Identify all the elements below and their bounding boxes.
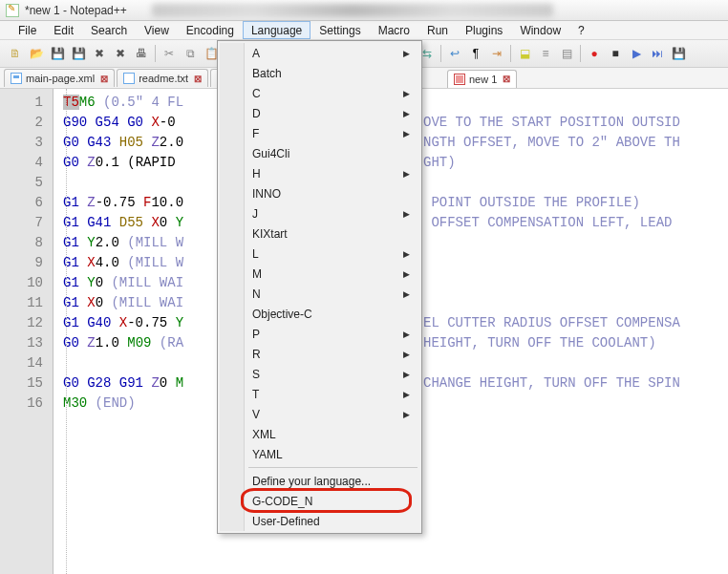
wordwrap-icon[interactable]: ↩ — [445, 44, 464, 63]
language-menu-item[interactable]: J▶ — [220, 203, 419, 223]
language-menu-item[interactable]: YAML — [220, 444, 419, 464]
submenu-arrow-icon: ▶ — [403, 390, 410, 399]
doc-tab[interactable]: new 1⊠ — [447, 70, 517, 88]
menu-edit[interactable]: Edit — [45, 21, 82, 39]
menu-plugins[interactable]: Plugins — [457, 21, 511, 39]
menu-settings[interactable]: Settings — [310, 21, 369, 39]
save-macro-icon[interactable]: 💾 — [669, 44, 688, 63]
line-number: 1 — [0, 93, 53, 113]
menu-item-label: R — [252, 348, 261, 361]
language-menu-item[interactable]: G-CODE_N — [220, 491, 419, 511]
allchars-icon[interactable]: ¶ — [466, 44, 485, 63]
menu-macro[interactable]: Macro — [370, 21, 418, 39]
blurred-region — [152, 4, 553, 17]
code-line-continuation: OFFSET COMPENSATION LEFT, LEAD — [423, 213, 680, 233]
doc-tab[interactable]: readme.txt⊠ — [117, 69, 208, 87]
menu-item-label: M — [252, 267, 262, 281]
menu-view[interactable]: View — [136, 21, 178, 39]
print-icon[interactable]: 🖶 — [132, 44, 151, 63]
language-menu-item[interactable]: S▶ — [220, 364, 419, 384]
language-menu-item[interactable]: L▶ — [220, 244, 419, 264]
line-number: 6 — [0, 193, 53, 213]
language-menu-item[interactable]: H▶ — [220, 163, 419, 183]
open-file-icon[interactable]: 📂 — [27, 44, 46, 63]
language-menu-item[interactable]: D▶ — [220, 103, 419, 123]
line-number: 9 — [0, 253, 53, 273]
language-menu-item[interactable]: V▶ — [220, 404, 419, 424]
doc-map-icon[interactable]: ▤ — [557, 44, 576, 63]
func-list-icon[interactable]: ≡ — [536, 44, 555, 63]
play-multi-icon[interactable]: ⏭ — [648, 44, 667, 63]
tab-close-icon[interactable]: ⊠ — [100, 74, 108, 84]
tab-close-icon[interactable]: ⊠ — [194, 74, 202, 84]
language-menu-item[interactable]: P▶ — [220, 324, 419, 344]
language-menu-item[interactable]: Batch — [220, 63, 419, 83]
play-icon[interactable]: ▶ — [627, 44, 646, 63]
submenu-arrow-icon: ▶ — [403, 209, 410, 219]
new-file-icon[interactable]: 🗎 — [6, 44, 25, 63]
menu-window[interactable]: Window — [511, 21, 569, 39]
menu-language[interactable]: Language — [243, 21, 310, 39]
save-icon[interactable]: 💾 — [48, 44, 67, 63]
code-line-continuation: GHT) — [423, 153, 456, 173]
language-menu-item[interactable]: XML — [220, 424, 419, 444]
menu-item-label: P — [252, 328, 260, 341]
lang-icon[interactable]: ⬓ — [515, 44, 534, 63]
language-menu-item[interactable]: Define your language... — [220, 471, 419, 491]
menu-item-label: YAML — [252, 448, 283, 461]
language-menu-item[interactable]: KIXtart — [220, 223, 419, 244]
line-number: 11 — [0, 293, 53, 313]
cut-icon[interactable]: ✂ — [160, 44, 179, 63]
close-all-icon[interactable]: ✖ — [111, 44, 130, 63]
submenu-arrow-icon: ▶ — [403, 350, 410, 359]
language-menu-item[interactable]: N▶ — [220, 284, 419, 304]
line-number: 8 — [0, 233, 53, 253]
menu-item-label: L — [252, 247, 259, 261]
menu-separator — [248, 467, 418, 468]
title-bar: *new 1 - Notepad++ — [0, 0, 728, 21]
language-menu-item[interactable]: M▶ — [220, 264, 419, 284]
submenu-arrow-icon: ▶ — [403, 330, 410, 339]
stop-icon[interactable]: ■ — [606, 44, 625, 63]
language-menu-item[interactable]: Gui4Cli — [220, 143, 419, 163]
line-number: 10 — [0, 273, 53, 293]
menu-item-label: A — [252, 47, 260, 60]
menu-search[interactable]: Search — [82, 21, 136, 39]
menu-encoding[interactable]: Encoding — [178, 21, 243, 39]
doc-tab-label: main-page.xml — [26, 73, 95, 84]
language-menu-item[interactable]: A▶ — [220, 43, 419, 63]
file-icon — [11, 73, 22, 84]
line-number: 15 — [0, 373, 53, 393]
tab-close-icon[interactable]: ⊠ — [503, 74, 510, 84]
save-all-icon[interactable]: 💾 — [69, 44, 88, 63]
menu-item-label: Define your language... — [252, 475, 371, 488]
code-line-continuation: EL CUTTER RADIUS OFFSET COMPENSA — [423, 313, 680, 333]
copy-icon[interactable]: ⧉ — [181, 44, 200, 63]
language-menu-item[interactable]: R▶ — [220, 344, 419, 364]
code-line-continuation: CHANGE HEIGHT, TURN OFF THE SPIN — [423, 373, 680, 393]
language-menu-item[interactable]: INNO — [220, 183, 419, 203]
menu-run[interactable]: Run — [418, 21, 457, 39]
submenu-arrow-icon: ▶ — [403, 169, 410, 179]
menu-file[interactable]: File — [10, 21, 45, 39]
submenu-arrow-icon: ▶ — [403, 89, 410, 98]
menu-item-label: J — [252, 207, 258, 221]
line-number: 7 — [0, 213, 53, 233]
language-menu-item[interactable]: User-Defined — [220, 511, 419, 531]
language-menu-item[interactable]: Objective-C — [220, 304, 419, 324]
code-line-continuation: POINT OUTSIDE THE PROFILE) — [423, 193, 640, 213]
line-number: 3 — [0, 133, 53, 153]
record-icon[interactable]: ● — [585, 44, 604, 63]
indent-icon[interactable]: ⇥ — [487, 44, 506, 63]
line-number: 5 — [0, 173, 53, 193]
language-menu-item[interactable]: F▶ — [220, 123, 419, 143]
close-icon[interactable]: ✖ — [90, 44, 109, 63]
language-menu[interactable]: A▶BatchC▶D▶F▶Gui4CliH▶INNOJ▶KIXtartL▶M▶N… — [217, 40, 422, 534]
menu-item-label: V — [252, 408, 260, 421]
doc-tab[interactable]: main-page.xml⊠ — [4, 69, 115, 87]
menu-help[interactable]: ? — [569, 21, 593, 39]
language-menu-item[interactable]: C▶ — [220, 83, 419, 103]
language-menu-item[interactable]: T▶ — [220, 384, 419, 404]
line-number: 4 — [0, 153, 53, 173]
file-icon — [123, 73, 135, 84]
